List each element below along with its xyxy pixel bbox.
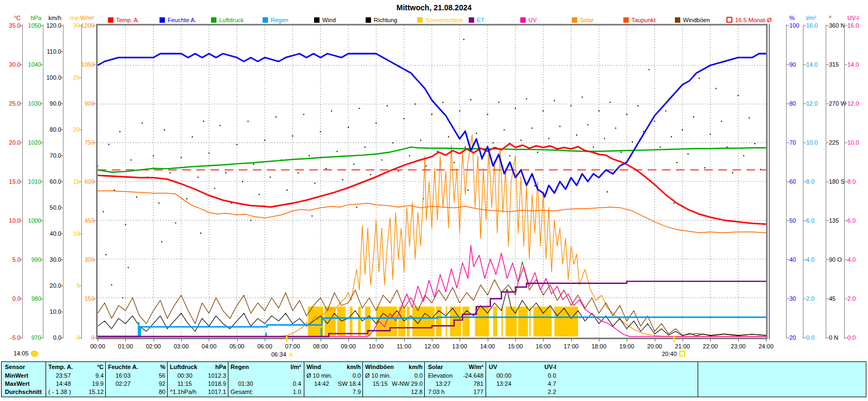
x-axis-label: 21:00: [670, 343, 695, 350]
x-axis-tick: [404, 339, 405, 341]
table-cell-value: 0.0: [365, 372, 423, 379]
table-cell-value: 2.2: [489, 388, 556, 396]
axis-label-hPa: 970: [18, 334, 41, 341]
sunrise-label: 06:34: [271, 351, 286, 358]
table-cell-value: 0.0: [307, 372, 361, 379]
x-axis-label: 15:00: [503, 343, 528, 350]
axis-label-uvi: 4.0: [847, 256, 868, 263]
axis-label-uvi: 12.0: [847, 100, 868, 107]
x-axis-tick: [682, 339, 683, 341]
x-axis-label: 13:00: [447, 343, 472, 350]
table-cell-value: 7.9: [307, 388, 361, 396]
axis-label-uvi: 8.0: [847, 178, 868, 185]
table-cell-value: 4.7: [489, 380, 556, 387]
x-axis-label: 00:00: [85, 343, 110, 350]
x-axis-label: 17:00: [559, 343, 584, 350]
legend-label-uv: UV: [528, 17, 537, 23]
axis-label-degC: 30.0: [0, 61, 21, 68]
legend-swatch-uv: [520, 17, 526, 23]
x-axis-tick: [125, 339, 126, 341]
axis-label-wm2: 150: [72, 295, 94, 302]
legend-swatch-et: [469, 17, 474, 23]
x-axis-label: 22:00: [698, 343, 723, 350]
x-axis-label: 18:00: [586, 343, 611, 350]
axis-title-wm2: W/m²: [71, 15, 94, 22]
x-axis-label: 05:00: [225, 343, 250, 350]
sunrise-marker: 06:34☀: [271, 351, 294, 358]
axis-label-kmh: 10.0: [39, 308, 61, 315]
axis-label-hPa: 990: [18, 256, 41, 263]
x-axis-tick: [154, 339, 154, 341]
axis-label-hPa: 1000: [18, 217, 41, 224]
legend-item-wind: Wind: [314, 17, 336, 24]
axis-title-lm2: l/m²: [806, 15, 831, 22]
axis-label-min: 10: [57, 230, 80, 237]
sunset-axis-tick: [673, 336, 675, 342]
table-cell-value: 0.0: [489, 372, 556, 379]
axis-label-degC: 10.0: [0, 217, 21, 224]
axis-label-hPa: 1050: [18, 22, 41, 29]
axis-label-hPa: 980: [18, 295, 41, 302]
sunrise-axis-tick: [286, 336, 288, 342]
moon-icon: [31, 351, 38, 357]
x-axis-tick: [321, 339, 321, 341]
legend-item-pressure: Luftdruck: [211, 17, 244, 24]
axis-label-degC: 15.0: [0, 178, 21, 185]
legend-swatch-temp: [108, 17, 113, 23]
axis-label-hPa: 1030: [18, 100, 41, 107]
x-axis-tick: [710, 339, 711, 341]
legend-label-temp: Temp. A.: [116, 17, 139, 23]
table-separator: [167, 362, 168, 397]
axis-label-kmh: 50.0: [39, 204, 61, 211]
x-axis-tick: [738, 339, 739, 341]
axis-label-wm2: 600: [72, 178, 94, 185]
chart-canvas: [98, 25, 766, 338]
plot-right-groove: [769, 24, 770, 339]
table-separator: [304, 362, 304, 397]
legend-item-rain: Regen: [263, 17, 288, 24]
table-separator: [698, 362, 698, 397]
legend-label-gusts: Windböen: [683, 17, 710, 23]
legend-item-humidity: Feuchte A.: [159, 17, 196, 24]
table-cell-value: 177: [428, 388, 483, 396]
x-axis-tick: [655, 339, 655, 341]
axis-label-kmh: 70.0: [39, 152, 61, 159]
x-axis-label: 12:00: [419, 343, 444, 350]
legend-swatch-pressure: [211, 17, 216, 23]
table-cell-value: 15.12: [48, 388, 104, 396]
axis-label-uvi: 0.0: [847, 334, 868, 341]
axis-label-degC: 5.0: [0, 256, 21, 263]
table-cell-value: 1018.9: [170, 380, 226, 387]
table-separator: [486, 362, 486, 397]
axis-label-wm2: 900: [72, 100, 94, 107]
x-axis-label: 23:00: [726, 343, 751, 350]
axis-label-degC: 25.0: [0, 100, 21, 107]
table-separator: [362, 362, 363, 397]
x-axis-label: 11:00: [392, 343, 417, 350]
x-axis-label: 01:00: [113, 343, 138, 350]
legend-item-monat: 16.5 Monat-Ø: [726, 17, 771, 24]
sun-icon: ☀: [288, 351, 295, 359]
table-row-label: MaxWert: [5, 380, 44, 387]
table-cell-value: 92: [108, 380, 165, 387]
legend-label-humidity: Feuchte A.: [168, 17, 196, 23]
legend-label-sunshine: Sonnenschein: [425, 17, 463, 23]
table-cell-value: W-NW 29.0: [365, 380, 423, 387]
weather-day-chart: Mittwoch, 21.08.2024 Temp. A.Feuchte A.L…: [0, 0, 868, 401]
axis-label-wm2: 450: [72, 217, 94, 224]
legend-swatch-gusts: [675, 17, 680, 23]
table-col-unit: km/h: [307, 363, 361, 371]
x-axis-label: 20:00: [642, 343, 667, 350]
legend-swatch-humidity: [159, 17, 165, 23]
table-separator: [105, 362, 106, 397]
legend-item-richtung: Richtung: [366, 17, 397, 24]
x-axis-label: 09:00: [336, 343, 361, 350]
x-axis-label: 06:00: [252, 343, 277, 350]
legend-label-taupunkt: Taupunkt: [631, 17, 656, 23]
table-col-unit: °C: [48, 363, 104, 371]
table-separator: [46, 362, 46, 397]
table-cell-value: SW 18.4: [307, 380, 361, 387]
axis-label-hPa: 1020: [18, 139, 41, 146]
x-axis-tick: [209, 339, 209, 341]
sunset-icon: [679, 351, 685, 357]
